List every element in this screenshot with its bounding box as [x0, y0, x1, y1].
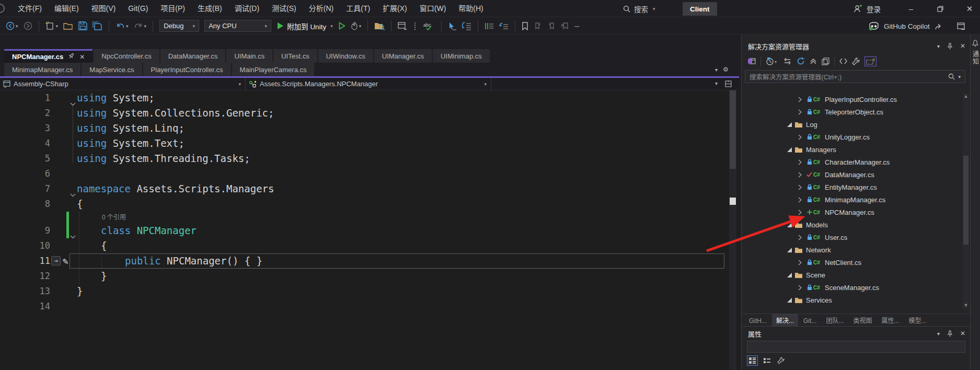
categorized-view-button[interactable]	[747, 355, 758, 366]
menu-item[interactable]: 工具(T)	[340, 0, 376, 17]
tab-uitest-cs[interactable]: UITest.cs	[273, 49, 317, 63]
restore-button[interactable]	[931, 0, 949, 17]
github-copilot-button[interactable]: GitHub Copilot	[869, 18, 965, 34]
platform-dropdown[interactable]: Any CPU▾	[204, 20, 271, 32]
show-all-files-button[interactable]	[864, 56, 877, 66]
bottom-tab-模型[interactable]: 模型...	[904, 314, 930, 326]
collapsed-chevron-icon[interactable]	[798, 184, 805, 190]
tree-item-scenemanager-cs[interactable]: C#SceneManager.cs	[742, 281, 961, 294]
notifications-tab[interactable]: 通知	[971, 51, 980, 65]
go-to-line-button[interactable]	[461, 20, 472, 32]
search-options-chevron-icon[interactable]: ▾	[958, 74, 961, 79]
tab-npcmanager-cs[interactable]: NPCManager.cs✕	[4, 49, 93, 63]
collapsed-chevron-icon[interactable]	[798, 172, 805, 178]
menu-item[interactable]: 编辑(E)	[48, 0, 85, 17]
properties-wrench-button[interactable]	[852, 57, 860, 65]
breadcrumb-project-dropdown[interactable]: Assembly-CSharp ▾	[0, 78, 246, 90]
alphabetical-view-button[interactable]	[762, 356, 772, 365]
tab-list-dropdown-icon[interactable]: ▾	[715, 67, 718, 73]
tree-item-unitylogger-cs[interactable]: C#UnityLogger.cs	[742, 131, 961, 143]
tree-item-user-cs[interactable]: C#User.cs	[742, 231, 961, 244]
tree-item-playerinputcontroller-cs[interactable]: C#PlayerInputController.cs	[742, 93, 961, 106]
sync-with-active-document-button[interactable]	[783, 57, 792, 65]
expanded-arrow-icon[interactable]	[787, 122, 794, 127]
properties-object-dropdown[interactable]	[747, 341, 965, 353]
tree-item-teleporterobject-cs[interactable]: C#TeleporterObject.cs	[742, 106, 961, 118]
tab-mapservice-cs[interactable]: MapService.cs	[82, 63, 142, 76]
pin-icon[interactable]	[68, 53, 74, 61]
spell-check-button[interactable]: abc	[422, 20, 436, 32]
bottom-tab-属性[interactable]: 属性...	[877, 314, 903, 326]
pin-icon[interactable]	[947, 43, 953, 50]
close-tab-icon[interactable]: ✕	[79, 53, 85, 61]
scroll-up-icon[interactable]: ▲	[963, 93, 969, 99]
save-button[interactable]	[77, 20, 88, 32]
breadcrumb-symbol-dropdown[interactable]: Assets.Scripts.Managers.NPCManager ▾	[246, 78, 491, 90]
breadcrumb-dropdown-icon[interactable]: ▾	[715, 80, 718, 87]
scrollbar-thumb[interactable]	[730, 90, 736, 169]
save-all-button[interactable]	[91, 20, 103, 32]
bottom-tab-解决[interactable]: 解决...	[772, 314, 798, 326]
tree-item-models[interactable]: Models	[742, 218, 961, 231]
tree-item-network[interactable]: Network	[742, 244, 961, 256]
code-line[interactable]: 8{	[0, 196, 739, 212]
bottom-tab-类视图[interactable]: 类视图	[849, 314, 876, 326]
tab-uimain-cs[interactable]: UIMain.cs	[226, 49, 272, 63]
navigate-back-button[interactable]: ▾	[5, 20, 19, 32]
codelens-references[interactable]: 0 个引用	[0, 212, 739, 223]
switch-views-button[interactable]	[747, 57, 756, 65]
collapsed-chevron-icon[interactable]	[798, 285, 805, 291]
split-editor-icon[interactable]	[725, 80, 732, 87]
property-pages-button[interactable]	[776, 356, 786, 365]
window-layout-button[interactable]	[397, 20, 408, 32]
collapsed-chevron-icon[interactable]	[798, 134, 805, 140]
collapsed-chevron-icon[interactable]	[798, 109, 805, 115]
tree-vertical-scrollbar[interactable]: ▲ ▼	[963, 93, 969, 308]
scroll-down-icon[interactable]: ▼	[963, 302, 969, 308]
collapsed-chevron-icon[interactable]	[798, 159, 805, 165]
menu-item[interactable]: 生成(B)	[191, 0, 228, 17]
bell-icon[interactable]	[972, 40, 978, 47]
code-line[interactable]: 13}	[0, 284, 739, 299]
tree-item-npcmanager-cs[interactable]: C#NPCManager.cs	[742, 206, 961, 218]
properties-pages-button[interactable]	[822, 57, 829, 65]
tab-minimapmanager-cs[interactable]: MinimapManager.cs	[4, 63, 80, 76]
tree-item-log[interactable]: Log	[742, 118, 961, 131]
column-guide-button[interactable]	[411, 20, 419, 32]
menu-item[interactable]: 视图(V)	[85, 0, 122, 17]
tab-mainplayercamera-cs[interactable]: MainPlayerCamera.cs	[232, 63, 315, 76]
collapsed-chevron-icon[interactable]	[798, 197, 805, 203]
toggle-bookmark-button[interactable]	[521, 20, 529, 32]
next-bookmark-button[interactable]	[546, 20, 557, 32]
panel-menu-chevron-icon[interactable]: ▾	[937, 43, 940, 49]
bottom-tab-Git[interactable]: Git...	[799, 316, 821, 326]
configuration-dropdown[interactable]: Debug▾	[159, 20, 199, 32]
menu-item[interactable]: Git(G)	[122, 0, 154, 17]
menu-item[interactable]: 窗口(W)	[413, 0, 453, 17]
redo-button[interactable]: ▾	[133, 20, 148, 32]
share-icon[interactable]	[935, 22, 943, 30]
scrollbar-thumb[interactable]	[963, 156, 969, 245]
code-line[interactable]: 9class NPCManager	[0, 223, 739, 238]
title-search[interactable]: 搜索 ▾	[623, 0, 655, 17]
expanded-arrow-icon[interactable]	[787, 298, 794, 303]
code-line[interactable]: 1using System;	[0, 90, 739, 106]
code-line[interactable]: 2using System.Collections.Generic;	[0, 106, 739, 121]
collapse-all-button[interactable]	[810, 57, 817, 65]
code-line[interactable]: 12}	[0, 269, 739, 284]
tab-uiwindow-cs[interactable]: UIWindow.cs	[318, 49, 373, 63]
navigate-to-cursor-button[interactable]	[447, 20, 458, 32]
tree-item-charactermanager-cs[interactable]: C#CharacterManager.cs	[742, 156, 961, 168]
attach-to-unity-button[interactable]: 附加到 Unity ▾	[277, 21, 333, 31]
code-line[interactable]: 6	[0, 166, 739, 181]
expanded-arrow-icon[interactable]	[787, 223, 794, 227]
sign-in-button[interactable]: 登录	[853, 0, 881, 17]
open-folder-button[interactable]	[62, 20, 74, 32]
tree-item-netclient-cs[interactable]: C#NetClient.cs	[742, 256, 961, 269]
code-editor[interactable]: 1using System;2using System.Collections.…	[0, 90, 739, 370]
collapsed-chevron-icon[interactable]	[798, 260, 805, 265]
panel-menu-chevron-icon[interactable]: ▾	[937, 331, 940, 337]
clear-bookmarks-button[interactable]	[560, 20, 570, 32]
startup-project-badge[interactable]: Client	[683, 2, 717, 16]
menu-item[interactable]: 扩展(X)	[376, 0, 413, 17]
